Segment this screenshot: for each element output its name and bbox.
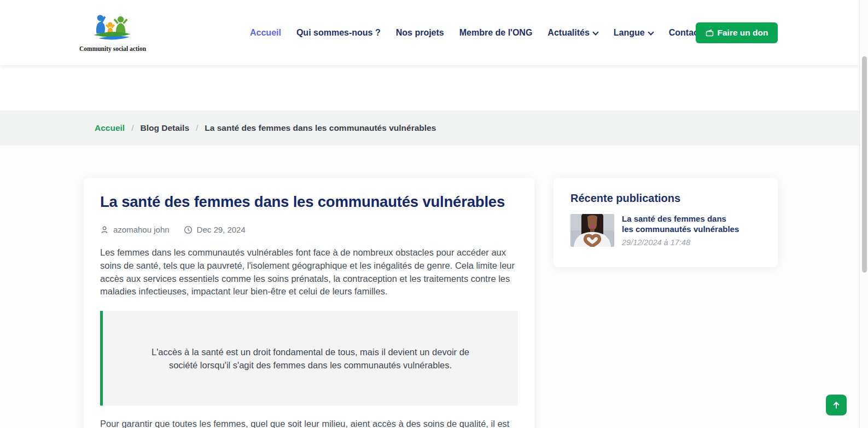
article-title: La santé des femmes dans les communautés… — [100, 193, 518, 211]
article-quote-text: L'accès à la santé est un droit fondamen… — [139, 345, 481, 372]
recent-publications-heading: Récente publications — [570, 192, 761, 205]
article-paragraph-1: Les femmes dans les communautés vulnérab… — [100, 246, 518, 298]
nav-item-qui-sommes-nous[interactable]: Qui sommes-nous ? — [296, 28, 381, 38]
author-meta: azomahou john — [100, 225, 170, 234]
article-paragraph-2: Pour garantir que toutes les femmes, que… — [100, 418, 518, 428]
article-quote-block: L'accès à la santé est un droit fondamen… — [100, 311, 518, 406]
nav-item-langue[interactable]: Langue — [614, 28, 654, 38]
user-icon — [100, 225, 109, 234]
recent-post-thumbnail — [570, 214, 614, 247]
article-card: La santé des femmes dans les communautés… — [84, 178, 534, 428]
date-meta: Dec 29, 2024 — [184, 225, 246, 234]
recent-post-title[interactable]: La santé des femmes dans les communautés… — [622, 214, 739, 235]
recent-post-date: 29/12/2024 à 17:48 — [622, 238, 739, 247]
article-meta: azomahou john Dec 29, 2024 — [100, 225, 518, 234]
recent-post-info: La santé des femmes dans les communautés… — [622, 214, 739, 247]
wallet-icon — [706, 29, 714, 37]
publish-date: Dec 29, 2024 — [197, 225, 246, 234]
chevron-down-icon — [648, 29, 654, 34]
donate-button[interactable]: Faire un don — [696, 22, 778, 43]
breadcrumb-current-page: La santé des femmes dans les communautés… — [205, 123, 436, 133]
recent-post-item[interactable]: La santé des femmes dans les communautés… — [570, 214, 761, 247]
brand-logo[interactable]: Community social action — [79, 14, 145, 52]
top-navbar: Community social action Accueil Qui somm… — [0, 0, 859, 65]
vertical-scrollbar — [859, 0, 868, 428]
main-navigation: Accueil Qui sommes-nous ? Nos projets Me… — [250, 0, 701, 65]
arrow-up-icon — [832, 401, 841, 409]
blog-details-page: Community social action Accueil Qui somm… — [0, 0, 868, 428]
breadcrumb-separator: / — [196, 123, 198, 133]
brand-logo-icon — [85, 34, 139, 44]
breadcrumb-band: Accueil / Blog Details / La santé des fe… — [0, 111, 859, 146]
brand-name: Community social action — [79, 45, 145, 52]
scroll-to-top-button[interactable] — [826, 395, 847, 415]
nav-item-actualites[interactable]: Actualités — [547, 28, 598, 38]
breadcrumb-home-link[interactable]: Accueil — [95, 123, 125, 133]
nav-item-nos-projets[interactable]: Nos projets — [396, 28, 444, 38]
nav-item-langue-label: Langue — [614, 28, 645, 38]
author-name: azomahou john — [113, 225, 170, 234]
clock-icon — [184, 225, 193, 234]
chevron-down-icon — [593, 29, 598, 34]
nav-item-membre-ong[interactable]: Membre de l'ONG — [459, 28, 533, 38]
recent-publications-card: Récente publications — [554, 178, 778, 267]
breadcrumb-separator: / — [131, 123, 133, 133]
breadcrumb-blog-details: Blog Details — [140, 123, 189, 133]
content-section: La santé des femmes dans les communautés… — [0, 146, 859, 428]
scrollbar-thumb[interactable] — [862, 56, 867, 273]
nav-item-accueil[interactable]: Accueil — [250, 28, 281, 38]
donate-button-label: Faire un don — [718, 28, 768, 38]
nav-item-actualites-label: Actualités — [547, 28, 589, 38]
breadcrumb: Accueil / Blog Details / La santé des fe… — [95, 123, 436, 133]
